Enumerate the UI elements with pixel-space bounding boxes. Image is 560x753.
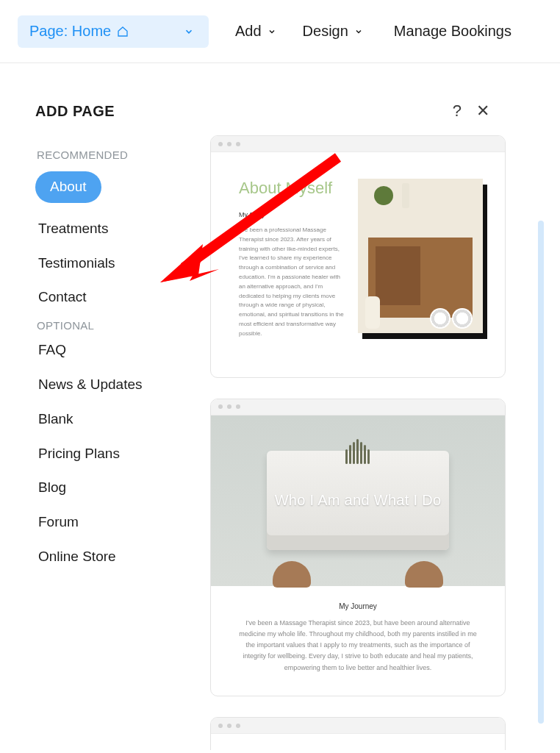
sidebar-item-testimonials[interactable]: Testimonials (35, 255, 190, 272)
chevron-down-icon (354, 27, 363, 36)
preview-body: I've been a Massage Therapist since 2023… (237, 618, 478, 674)
manage-label: Manage Bookings (394, 23, 511, 40)
chevron-down-icon (184, 26, 194, 37)
browser-chrome (211, 718, 505, 734)
home-icon (117, 26, 129, 38)
sidebar-item-about[interactable]: About (35, 171, 101, 203)
sidebar-item-label: Blog (38, 479, 66, 495)
preview-hero: Who I Am and What I Do (211, 415, 505, 586)
sidebar-item-pricing[interactable]: Pricing Plans (35, 446, 190, 463)
preview-subtitle: My Journey (237, 602, 478, 610)
sidebar-item-label: Online Store (38, 549, 116, 564)
add-page-panel: ADD PAGE ? ✕ RECOMMENDED About Treatment… (0, 63, 560, 753)
design-label: Design (303, 23, 348, 40)
section-label-optional: OPTIONAL (37, 319, 190, 332)
help-icon[interactable]: ? (453, 101, 462, 121)
panel-title: ADD PAGE (35, 103, 115, 120)
page-selector-label: Page: Home (29, 23, 111, 40)
sidebar-item-news[interactable]: News & Updates (35, 376, 190, 393)
browser-chrome (211, 399, 505, 415)
page-selector[interactable]: Page: Home (18, 15, 209, 48)
preview-subtitle: My Story (239, 211, 346, 218)
chevron-down-icon (268, 27, 276, 36)
preview-body: I've been a professional Massage Therapi… (239, 226, 346, 339)
sidebar-item-contact[interactable]: Contact (35, 289, 190, 306)
sidebar-item-treatments[interactable]: Treatments (35, 221, 190, 238)
sidebar-item-label: Forum (38, 514, 79, 529)
add-label: Add (235, 23, 262, 40)
scrollbar[interactable] (538, 221, 544, 724)
template-card[interactable]: Who I Am and What I Do My Journey I've b… (210, 399, 506, 696)
sidebar-item-label: News & Updates (38, 376, 143, 392)
sidebar-item-label: Contact (38, 289, 86, 304)
sidebar-item-label: FAQ (38, 342, 66, 357)
sidebar-item-label: Blank (38, 411, 73, 427)
design-menu[interactable]: Design (303, 23, 363, 40)
template-previews: About Myself My Story I've been a profes… (210, 135, 542, 750)
sidebar: RECOMMENDED About Treatments Testimonial… (35, 135, 190, 750)
preview-image (358, 179, 483, 333)
preview-title: About Myself (239, 179, 346, 198)
template-card[interactable]: About Me My Dreams and Aspirations I'm a… (210, 717, 506, 750)
top-bar: Page: Home Add Design Manage Bookings (0, 0, 560, 63)
sidebar-item-blog[interactable]: Blog (35, 479, 190, 496)
add-menu[interactable]: Add (235, 23, 276, 40)
template-card[interactable]: About Myself My Story I've been a profes… (210, 135, 506, 378)
sidebar-item-label: Testimonials (38, 255, 115, 271)
sidebar-item-blank[interactable]: Blank (35, 411, 190, 428)
sidebar-item-label: Pricing Plans (38, 446, 120, 461)
manage-bookings[interactable]: Manage Bookings (394, 23, 511, 40)
sidebar-item-label: About (50, 179, 87, 194)
browser-chrome (211, 136, 505, 152)
sidebar-item-store[interactable]: Online Store (35, 549, 190, 565)
sidebar-item-label: Treatments (38, 221, 108, 236)
sidebar-item-faq[interactable]: FAQ (35, 342, 190, 359)
preview-hero-title: Who I Am and What I Do (275, 492, 442, 509)
section-label-recommended: RECOMMENDED (37, 149, 190, 161)
close-icon[interactable]: ✕ (476, 101, 489, 121)
sidebar-item-forum[interactable]: Forum (35, 514, 190, 531)
